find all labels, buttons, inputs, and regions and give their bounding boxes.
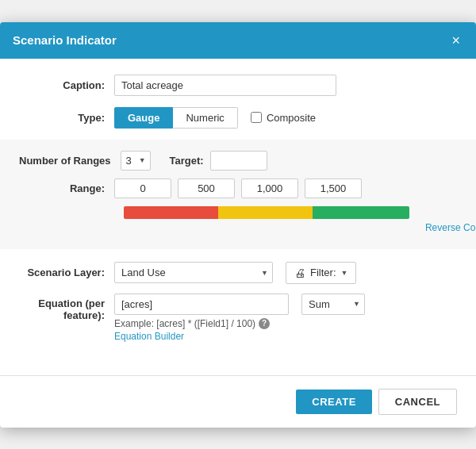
numeric-button[interactable]: Numeric — [173, 107, 237, 129]
range-values-row: Range: — [19, 178, 457, 198]
ranges-section: Number of Ranges 1 2 3 4 5 Target: Range… — [0, 140, 476, 249]
scenario-layer-select[interactable]: Land Use — [114, 262, 273, 283]
caption-label: Caption: — [19, 79, 114, 91]
ranges-row: Number of Ranges 1 2 3 4 5 Target: — [19, 151, 457, 171]
range-label: Range: — [19, 182, 114, 194]
dialog-footer: CREATE CANCEL — [0, 375, 476, 428]
equation-note: Example: [acres] * ([Field1] / 100) ? — [114, 318, 365, 329]
sum-select-wrapper: Sum Count Average Min Max — [301, 294, 365, 315]
range-input-2[interactable] — [241, 178, 298, 198]
range-input-0[interactable] — [114, 178, 171, 198]
filter-button[interactable]: 🖨 Filter: ▼ — [286, 262, 356, 284]
scenario-layer-section: Scenario Layer: Land Use 🖨 Filter: ▼ — [0, 249, 476, 294]
equation-note-text: Example: [acres] * ([Field1] / 100) — [114, 318, 255, 329]
reverse-color-ramp-link[interactable]: Reverse Color Ramp — [228, 222, 476, 233]
create-button[interactable]: CREATE — [296, 390, 371, 414]
close-button[interactable]: × — [448, 32, 463, 49]
scenario-indicator-dialog: Scenario Indicator × Caption: Type: Gaug… — [0, 22, 476, 428]
caption-input[interactable] — [114, 75, 336, 96]
equation-section: Equation (per feature): Sum Count Averag… — [0, 294, 476, 342]
filter-label: Filter: — [310, 267, 336, 278]
range-input-1[interactable] — [178, 178, 235, 198]
dialog-title: Scenario Indicator — [13, 33, 117, 47]
scenario-layer-row: Scenario Layer: Land Use 🖨 Filter: ▼ — [19, 262, 457, 284]
equation-input[interactable] — [114, 294, 289, 315]
scenario-layer-label: Scenario Layer: — [19, 267, 114, 278]
help-icon[interactable]: ? — [259, 318, 270, 329]
equation-builder-link[interactable]: Equation Builder — [114, 331, 365, 342]
type-row: Type: Gauge Numeric Composite — [19, 107, 457, 129]
equation-right-col: Sum Count Average Min Max Example: [acre… — [114, 294, 365, 342]
filter-dropdown-icon: ▼ — [341, 269, 348, 277]
type-label: Type: — [19, 112, 114, 124]
target-input[interactable] — [210, 151, 267, 171]
ranges-select-wrapper: 1 2 3 4 5 — [121, 151, 151, 171]
equation-label: Equation (per feature): — [19, 294, 114, 321]
equation-row: Equation (per feature): Sum Count Averag… — [19, 294, 457, 342]
gauge-button[interactable]: Gauge — [114, 107, 173, 129]
cancel-button[interactable]: CANCEL — [378, 389, 457, 415]
caption-row: Caption: — [19, 75, 457, 96]
type-toggle: Gauge Numeric Composite — [114, 107, 316, 129]
equation-inputs: Sum Count Average Min Max — [114, 294, 365, 315]
range-input-3[interactable] — [305, 178, 362, 198]
target-label: Target: — [170, 155, 204, 167]
color-ramp-container: Reverse Color Ramp — [124, 206, 457, 233]
ranges-label: Number of Ranges — [19, 155, 121, 167]
dialog-body: Caption: Type: Gauge Numeric Composite N… — [0, 59, 476, 363]
color-ramp — [124, 206, 409, 219]
composite-checkbox[interactable] — [251, 112, 262, 123]
ranges-select[interactable]: 1 2 3 4 5 — [121, 151, 151, 171]
range-inputs — [114, 178, 362, 198]
scenario-layer-select-wrapper: Land Use — [114, 262, 273, 283]
dialog-header: Scenario Indicator × — [0, 22, 476, 59]
composite-text: Composite — [267, 112, 316, 124]
sum-select[interactable]: Sum Count Average Min Max — [301, 294, 365, 315]
filter-icon: 🖨 — [294, 267, 305, 279]
composite-label[interactable]: Composite — [251, 112, 316, 124]
